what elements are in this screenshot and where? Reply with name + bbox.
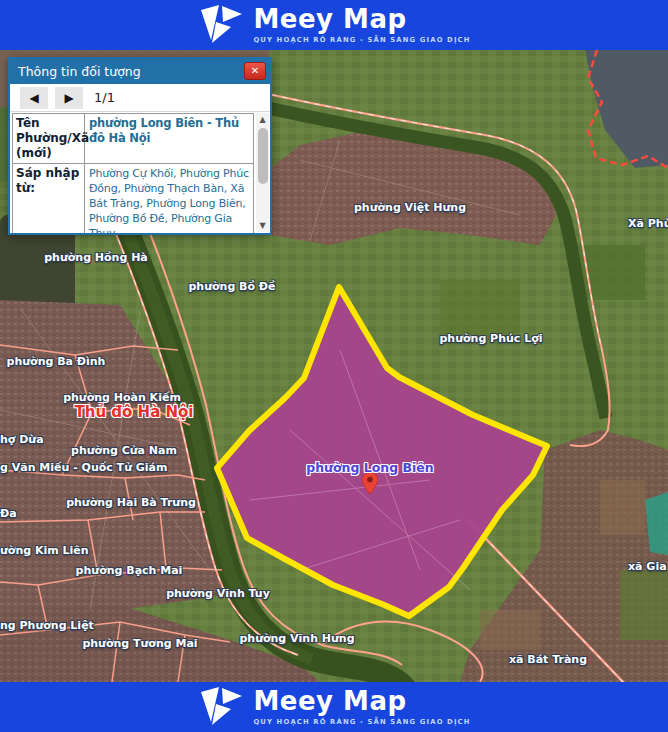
info-row-label: Tên Phường/Xã (mới) [13, 114, 85, 164]
map-marker [362, 472, 378, 498]
brand-name: Meey Map [253, 6, 406, 32]
app-window: Meey Map QUY HOẠCH RÕ RÀNG - SẴN SÀNG GI… [0, 0, 668, 732]
close-icon: ✕ [251, 66, 259, 76]
brand-tagline: QUY HOẠCH RÕ RÀNG - SẴN SÀNG GIAO DỊCH [253, 718, 470, 726]
info-panel-body: Tên Phường/Xã (mới)phường Long Biên - Th… [10, 112, 270, 233]
info-row: Sáp nhập từ:Phường Cự Khối, Phường Phúc … [13, 164, 254, 234]
prev-page-button[interactable]: ◀ [20, 87, 48, 109]
marker-pin-icon [362, 472, 378, 494]
next-page-button[interactable]: ▶ [55, 87, 83, 109]
pager-text: 1/1 [94, 90, 115, 105]
panel-scrollbar[interactable]: ▲ ▼ [256, 113, 269, 232]
map-area[interactable]: phường Việt HưngXã Phù Đổngphường Hồng H… [0, 50, 668, 682]
header-bar: Meey Map QUY HOẠCH RÕ RÀNG - SẴN SÀNG GI… [0, 0, 668, 50]
meey-map-logo-icon [197, 5, 243, 45]
info-row-value: phường Long Biên - Thủ đô Hà Nội [85, 114, 254, 164]
brand-name: Meey Map [253, 688, 406, 714]
info-row-value: Phường Cự Khối, Phường Phúc Đồng, Phường… [85, 164, 254, 234]
info-table: Tên Phường/Xã (mới)phường Long Biên - Th… [12, 113, 254, 233]
scrollbar-thumb[interactable] [258, 128, 268, 184]
info-panel-titlebar: Thông tin đối tượng ✕ [10, 59, 270, 84]
close-button[interactable]: ✕ [244, 62, 266, 80]
info-row: Tên Phường/Xã (mới)phường Long Biên - Th… [13, 114, 254, 164]
info-panel-pager-bar: ◀ ▶ 1/1 [10, 84, 270, 112]
footer-logo[interactable]: Meey Map QUY HOẠCH RÕ RÀNG - SẴN SÀNG GI… [197, 687, 470, 727]
scroll-up-icon[interactable]: ▲ [256, 113, 269, 126]
next-icon: ▶ [64, 91, 73, 105]
prev-icon: ◀ [29, 91, 38, 105]
info-panel-title: Thông tin đối tượng [18, 64, 141, 79]
brand-tagline: QUY HOẠCH RÕ RÀNG - SẴN SÀNG GIAO DỊCH [253, 36, 470, 44]
footer-bar: Meey Map QUY HOẠCH RÕ RÀNG - SẴN SÀNG GI… [0, 682, 668, 732]
meey-map-logo-icon [197, 687, 243, 727]
info-panel: Thông tin đối tượng ✕ ◀ ▶ 1/1 Tên Phường… [8, 57, 272, 235]
header-logo[interactable]: Meey Map QUY HOẠCH RÕ RÀNG - SẴN SÀNG GI… [197, 5, 470, 45]
scroll-down-icon[interactable]: ▼ [256, 219, 269, 232]
info-row-label: Sáp nhập từ: [13, 164, 85, 234]
